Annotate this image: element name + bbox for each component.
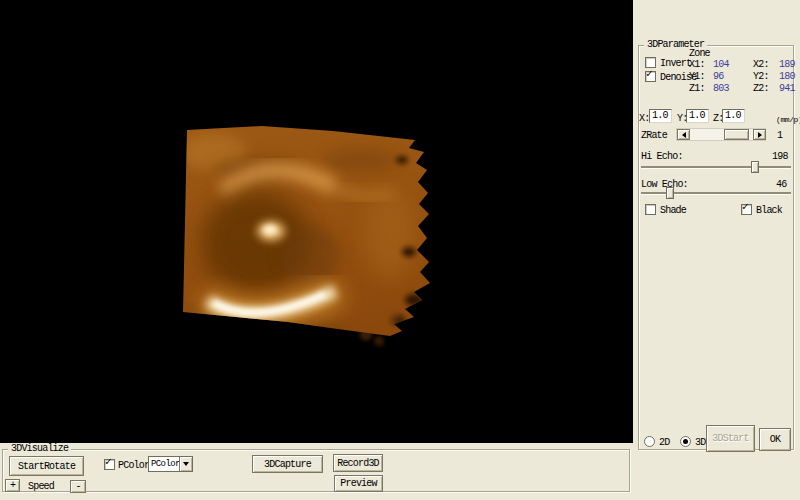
zone-x1-value: 104 — [713, 59, 729, 70]
ok-button[interactable]: OK — [759, 428, 791, 451]
preview-button[interactable]: Preview — [334, 475, 383, 492]
zone-x2-label: X2: — [753, 59, 769, 70]
arrow-left-icon — [679, 132, 686, 138]
invert-label: Invert — [660, 58, 691, 69]
mode-3d-label: 3D — [695, 437, 705, 448]
zone-y2-value: 180 — [779, 71, 795, 82]
zone-x1-label: X1: — [689, 59, 705, 70]
denoise-checkbox[interactable]: ✓ — [645, 71, 656, 82]
zrate-right-arrow-button[interactable] — [753, 129, 766, 140]
zone-z1-value: 803 — [713, 83, 729, 94]
black-check-icon: ✓ — [742, 201, 749, 213]
shade-label: Shade — [660, 205, 686, 216]
shade-checkbox[interactable]: ✓ — [645, 204, 656, 215]
pcolor-dropdown[interactable]: PColor — [148, 456, 193, 472]
chevron-down-icon — [183, 462, 189, 469]
low-echo-value: 46 — [776, 179, 786, 190]
mode-2d-label: 2D — [659, 437, 669, 448]
visualize-groupbox-title: 3DVisualize — [8, 443, 71, 455]
pcolor-label: PColor — [118, 460, 149, 471]
scale-z-field[interactable]: 1.0 — [722, 109, 745, 123]
render-viewport — [0, 0, 633, 443]
scale-y-field[interactable]: 1.0 — [686, 109, 709, 123]
hi-echo-label: Hi Echo: — [641, 151, 683, 162]
pcolor-dropdown-arrow-button[interactable] — [179, 457, 192, 471]
zrate-value: 1 — [777, 130, 782, 141]
zone-y1-value: 96 — [713, 71, 723, 82]
pcolor-dropdown-value: PColor — [151, 459, 180, 469]
speed-label: Speed — [28, 481, 54, 492]
zone-x2-value: 189 — [779, 59, 795, 70]
scale-x-field[interactable]: 1.0 — [649, 109, 672, 123]
mode-2d-radio[interactable] — [644, 436, 655, 447]
zrate-label: ZRate — [641, 130, 667, 141]
speed-minus-button[interactable]: - — [70, 480, 86, 493]
low-echo-slider-thumb[interactable] — [666, 187, 674, 199]
arrow-right-icon — [758, 132, 765, 138]
zrate-scrollbar[interactable] — [676, 128, 766, 141]
parameter-groupbox: 3DParameter — [638, 45, 794, 450]
record3d-button[interactable]: Record3D — [333, 454, 383, 472]
mode-3d-radio-dot — [683, 439, 688, 444]
zone-z2-value: 941 — [779, 83, 795, 94]
low-echo-label: Low Echo: — [641, 179, 688, 190]
mode-3d-radio[interactable] — [680, 436, 691, 447]
hi-echo-value: 198 — [772, 151, 788, 162]
zone-z2-label: Z2: — [753, 83, 769, 94]
zone-label: Zone — [689, 48, 710, 59]
hi-echo-slider-thumb[interactable] — [751, 161, 759, 173]
ultrasound-volume-render — [0, 0, 633, 443]
black-label: Black — [756, 205, 782, 216]
zone-y2-label: Y2: — [753, 71, 769, 82]
pcolor-check-icon: ✓ — [105, 456, 112, 468]
scale-unit-label: (mm/p) — [776, 114, 800, 125]
zone-z1-label: Z1: — [689, 83, 705, 94]
hi-echo-slider-track[interactable] — [641, 166, 791, 168]
app-window: 3DParameter ✓ Invert ✓ Denoise Zone X1: … — [0, 0, 800, 500]
zrate-scrollbar-thumb[interactable] — [724, 129, 749, 140]
denoise-check-icon: ✓ — [646, 68, 653, 80]
scale-x-label: X: — [639, 113, 649, 124]
black-checkbox[interactable]: ✓ — [741, 204, 752, 215]
parameter-panel: 3DParameter ✓ Invert ✓ Denoise Zone X1: … — [633, 0, 800, 500]
pcolor-checkbox[interactable]: ✓ — [104, 459, 115, 470]
invert-checkbox[interactable]: ✓ — [645, 57, 656, 68]
3dcapture-button[interactable]: 3DCapture — [252, 455, 323, 473]
3dstart-button[interactable]: 3DStart — [706, 425, 755, 452]
visualize-panel: 3DVisualize StartRotate + Speed - ✓ PCol… — [0, 443, 633, 500]
speed-plus-button[interactable]: + — [5, 479, 20, 492]
zone-y1-label: Y1: — [689, 71, 705, 82]
zrate-left-arrow-button[interactable] — [677, 129, 690, 140]
start-rotate-button[interactable]: StartRotate — [9, 456, 84, 476]
low-echo-slider-track[interactable] — [641, 192, 791, 194]
